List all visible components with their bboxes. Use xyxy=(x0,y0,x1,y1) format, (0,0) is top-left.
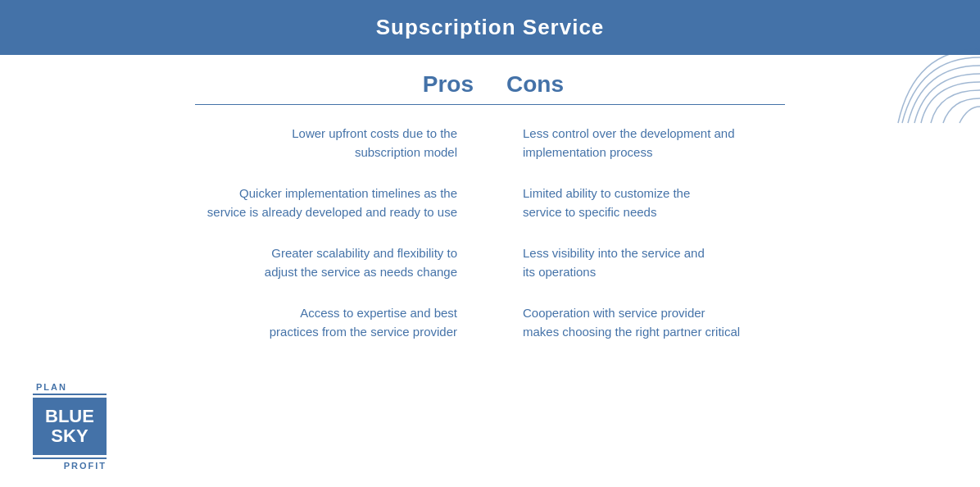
logo-plan-line xyxy=(33,394,107,395)
logo-profit-line xyxy=(33,457,107,459)
table-row: Quicker implementation timelines as thes… xyxy=(121,173,859,233)
columns-header: Pros Cons xyxy=(203,71,777,98)
logo-profit-text: PROFIT xyxy=(33,461,107,471)
table-row: Greater scalability and flexibility toad… xyxy=(121,233,859,293)
table-row: Access to expertise and bestpractices fr… xyxy=(121,293,859,353)
logo-box: BLUE SKY xyxy=(33,398,107,455)
header-divider xyxy=(195,104,785,105)
logo-area: PLAN BLUE SKY PROFIT xyxy=(33,382,107,471)
pros-label: Pros xyxy=(244,71,490,98)
logo-blue-sky-text: BLUE SKY xyxy=(45,407,94,446)
pro-cell-3: Greater scalability and flexibility toad… xyxy=(121,244,490,281)
page-title: Supscription Service xyxy=(376,15,605,39)
table-row: Lower upfront costs due to thesubscripti… xyxy=(121,113,859,173)
con-cell-1: Less control over the development andimp… xyxy=(490,125,859,162)
cons-label: Cons xyxy=(490,71,736,98)
rows-container: Lower upfront costs due to thesubscripti… xyxy=(121,113,859,353)
pro-cell-2: Quicker implementation timelines as thes… xyxy=(121,184,490,221)
page-header: Supscription Service xyxy=(0,0,980,55)
deco-left-line xyxy=(33,51,229,52)
logo-plan-text: PLAN xyxy=(36,382,67,392)
pro-cell-4: Access to expertise and bestpractices fr… xyxy=(121,304,490,341)
pro-cell-1: Lower upfront costs due to thesubscripti… xyxy=(121,125,490,162)
con-cell-2: Limited ability to customize theservice … xyxy=(490,184,859,221)
con-cell-4: Cooperation with service providermakes c… xyxy=(490,304,859,341)
con-cell-3: Less visibility into the service andits … xyxy=(490,244,859,281)
main-content: Pros Cons Lower upfront costs due to the… xyxy=(0,55,980,353)
